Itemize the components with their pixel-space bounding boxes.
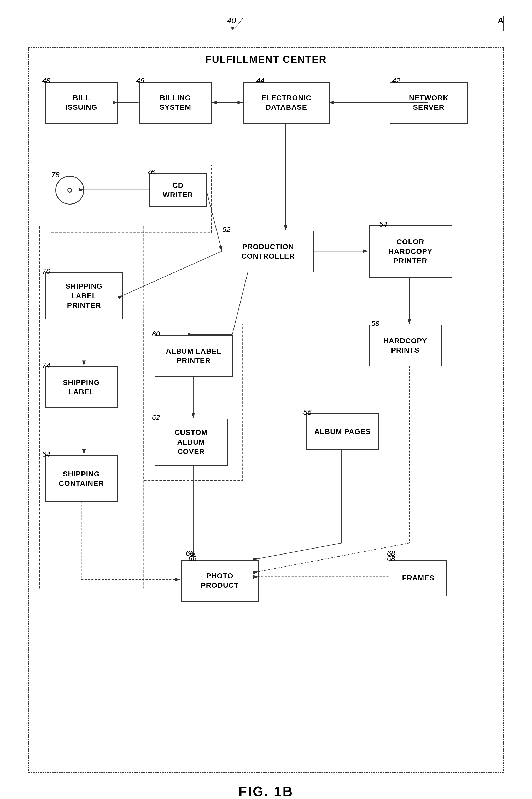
custom-album-cover-box: CUSTOM ALBUM COVER	[155, 419, 228, 466]
billing-system-box: BILLING SYSTEM	[139, 82, 212, 123]
production-controller-box: PRODUCTION CONTROLLER	[223, 231, 314, 272]
ref-bill-issuing: 48	[42, 77, 51, 85]
svg-line-14	[232, 272, 248, 334]
svg-line-11	[206, 190, 222, 251]
figure-label: FIG. 1B	[239, 784, 293, 799]
shipping-label-box: SHIPPING LABEL	[45, 366, 118, 408]
hardcopy-prints-box: HARDCOPY PRINTS	[369, 325, 442, 366]
electronic-database-box: ELECTRONIC DATABASE	[243, 82, 329, 123]
color-hardcopy-printer-box: COLOR HARDCOPY PRINTER	[369, 225, 452, 278]
photo-product-box: PHOTO PRODUCT	[181, 560, 259, 602]
ref-cd-writer: 76	[147, 168, 155, 176]
frames-box: FRAMES	[390, 560, 447, 596]
ref-shipping-label-printer: 70	[42, 267, 51, 275]
fulfillment-title: FULFILLMENT CENTER	[205, 54, 327, 65]
ref-hardcopy-prints: 58	[372, 320, 379, 328]
ref-billing-system: 46	[136, 77, 145, 85]
ref-electronic-database: 44	[256, 77, 265, 85]
ref-shipping-label: 74	[42, 361, 51, 369]
network-server-box: NETWORK SERVER	[390, 82, 468, 123]
fulfillment-box: FULFILLMENT CENTER BILL ISSUING 48 BILLI…	[28, 47, 504, 773]
shipping-label-printer-box: SHIPPING LABEL PRINTER	[45, 272, 123, 320]
ref-custom-album-cover: 62	[152, 414, 160, 422]
ref-production-controller: 52	[223, 225, 231, 234]
ref-album-pages: 56	[303, 408, 311, 417]
svg-marker-0	[231, 27, 234, 30]
ref-album-label-printer: 60	[152, 330, 160, 338]
cd-disc-circle	[55, 176, 84, 205]
cd-writer-box: CD WRITER	[149, 173, 207, 207]
ref-color-hardcopy-printer: 54	[379, 220, 387, 229]
svg-line-23	[258, 543, 342, 559]
bill-issuing-box: BILL ISSUING	[45, 82, 118, 123]
shipping-container-box: SHIPPING CONTAINER	[45, 455, 118, 502]
album-label-printer-box: ALBUM LABEL PRINTER	[155, 335, 233, 377]
page-container: 40 A FULFILLMENT CENTER BILL ISSUING 48 …	[0, 0, 532, 799]
svg-line-13	[123, 251, 222, 296]
cd-disc-dot	[68, 188, 72, 192]
ref-network-server: 42	[392, 77, 400, 85]
ref-shipping-container: 64	[42, 450, 51, 458]
ref-photo-product-label: 66	[186, 549, 194, 558]
album-pages-box: ALBUM PAGES	[306, 414, 379, 450]
diagram-arrows	[29, 48, 503, 772]
ref-cd-disc: 78	[52, 171, 60, 179]
svg-line-25	[258, 543, 409, 572]
ref-frames-label: 68	[387, 549, 395, 558]
